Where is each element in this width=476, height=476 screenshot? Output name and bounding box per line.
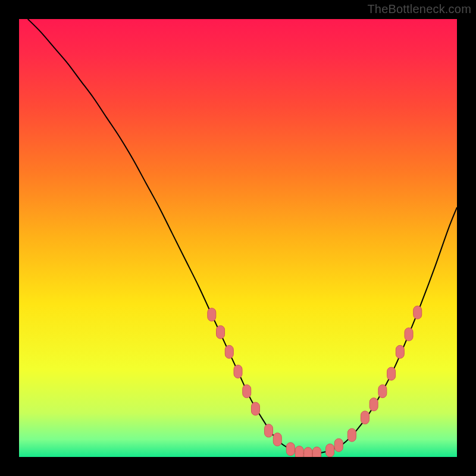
watermark-text: TheBottleneck.com: [367, 2, 471, 16]
curve-marker: [225, 345, 233, 358]
curve-marker: [369, 398, 378, 411]
curve-marker: [326, 444, 334, 457]
curve-marker: [265, 424, 273, 437]
curve-marker: [251, 402, 259, 415]
curve-marker: [405, 328, 413, 341]
chart-plot-area: [19, 19, 457, 457]
curve-marker: [295, 446, 303, 457]
curve-marker: [208, 308, 216, 321]
curve-marker: [243, 385, 251, 398]
curve-marker: [312, 447, 321, 457]
curve-marker: [304, 447, 312, 457]
curve-marker: [414, 306, 422, 319]
curve-marker: [286, 443, 295, 456]
curve-marker: [347, 428, 356, 441]
curve-marker: [234, 365, 242, 378]
curve-marker: [217, 325, 225, 339]
curve-marker: [378, 385, 387, 398]
curve-marker: [334, 439, 343, 452]
chart-svg: [19, 19, 457, 457]
chart-frame: TheBottleneck.com: [0, 0, 476, 476]
gradient-background: [19, 19, 457, 457]
curve-marker: [396, 345, 404, 358]
curve-marker: [273, 433, 281, 446]
curve-marker: [387, 367, 396, 380]
curve-marker: [361, 411, 369, 424]
